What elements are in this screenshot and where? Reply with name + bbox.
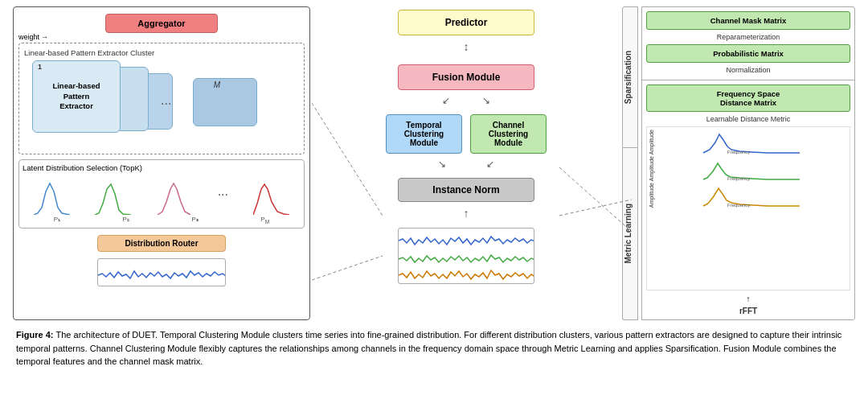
dist-graph-3 [156,179,192,215]
extractor-text: Linear-basedPatternExtractor [52,81,100,111]
freq-chart-green: Amplitude Frequency [649,155,848,181]
arrow-up-1: ↑ [464,207,469,220]
converge-connector: ↘↙ [438,159,494,170]
learnable-dist-label: Learnable Distance Metric [646,113,850,125]
channel-label: Channel Clustering Module [489,121,528,147]
caption-text: The architecture of DUET. Temporal Clust… [16,330,841,366]
extractor-stack: M 3 2 1 Linear-basedPatternExtractor ··· [24,60,299,149]
right-vertical-labels: Sparsification Metric Learning [622,6,638,320]
extractor-main: 1 Linear-basedPatternExtractor [32,60,121,133]
freq-chart-green-svg: Frequency [655,157,848,181]
dots-dist: ··· [218,187,228,202]
dist-graph-4 [253,179,289,215]
extractor-sm: M [193,78,257,126]
input-signal [97,258,226,286]
svg-text:Frequency: Frequency [727,203,750,208]
cluster-label: Linear-based Pattern Extractor Cluster [24,48,299,57]
diagram-area: weight → Aggregator Linear-based Pattern… [13,6,855,320]
p-labels: P₁ P₂ P₃ PM [23,216,301,224]
dist-graph-1 [34,179,70,215]
channel-clustering-box: Channel Clustering Module [470,114,547,154]
aggregator-box: Aggregator [105,14,218,33]
num-1-label: 1 [38,63,42,71]
freq-chart-blue-svg: Frequency [655,130,848,154]
dots: ··· [161,97,171,111]
sparsification-label: Sparsification [624,51,637,104]
caption: Figure 4: The architecture of DUET. Temp… [13,328,855,369]
svg-line-5 [559,167,632,232]
svg-line-4 [312,256,383,280]
metric-learning-label: Metric Learning [624,204,637,263]
freq-chart-orange: Amplitude Frequency [649,182,848,208]
prob-matrix-box: Probabilistic Matrix [646,44,850,63]
reparam-label: Reparameterization [646,31,850,43]
distribution-graphs: ··· [23,175,301,215]
middle-panel: Predictor ↕ Fusion Module ↙↘ Temporal Cl… [378,6,555,320]
weight-label: weight [18,33,39,41]
cluster-border: Linear-based Pattern Extractor Cluster M… [18,43,305,154]
left-panel: weight → Aggregator Linear-based Pattern… [13,6,310,320]
weight-arrow-icon: → [41,33,48,41]
predictor-box: Predictor [398,10,534,35]
middle-signal [398,228,534,284]
freq-chart-blue: Amplitude Frequency [649,129,848,154]
fusion-box: Fusion Module [398,64,534,90]
rfft-label: rFFT [646,307,850,315]
normalization-label: Normalization [646,64,850,76]
pm-label: PM [260,216,269,224]
arrow-down-1: ↕ [464,40,469,53]
svg-line-3 [312,103,383,216]
p2-label: P₂ [123,216,129,224]
caption-prefix: Figure 4: [16,330,56,340]
freq-charts-container: Amplitude Frequency Amplitude Freque [646,126,850,290]
temporal-clustering-box: Temporal Clustering Module [386,114,462,154]
freq-space-label: Frequency SpaceDistance Matrix [717,89,780,107]
dist-graph-2 [95,179,131,215]
freq-space-box: Frequency SpaceDistance Matrix [646,84,850,112]
dist-router-box: Distribution Router [97,235,226,252]
svg-text:Frequency: Frequency [727,150,750,154]
svg-text:Frequency: Frequency [727,176,750,181]
fork-connector: ↙↘ [442,95,490,106]
temporal-label: Temporal Clustering Module [404,121,444,147]
right-panel: Sparsification Metric Learning Channel M… [622,6,855,320]
channel-mask-box: Channel Mask Matrix [646,11,850,30]
freq-chart-orange-svg: Frequency [655,183,848,208]
latent-box: Latent Distribution Selection (TopK) ··· [18,159,305,229]
svg-line-6 [559,200,632,216]
p3-label: P₃ [191,216,198,224]
p1-label: P₁ [54,216,60,224]
m-label: M [214,80,220,89]
middle-modules-row: Temporal Clustering Module Channel Clust… [386,114,547,154]
instance-norm-box: Instance Norm [398,178,534,202]
latent-label: Latent Distribution Selection (TopK) [23,163,301,172]
